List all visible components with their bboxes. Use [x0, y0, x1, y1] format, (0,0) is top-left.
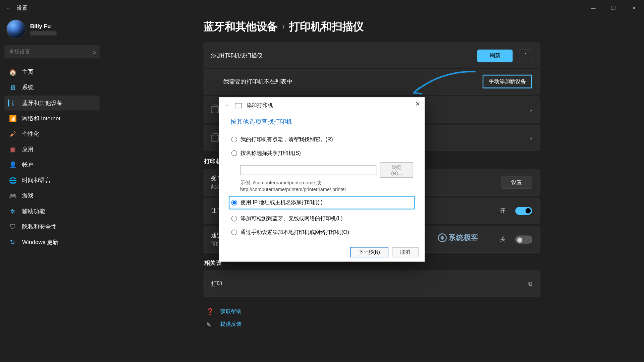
nav-item-8[interactable]: 🎮游戏 [4, 188, 100, 203]
browse-button[interactable]: 浏览(R)... [380, 162, 413, 178]
breadcrumb-parent[interactable]: 蓝牙和其他设备 [204, 19, 278, 34]
nav-icon: 🖥 [9, 84, 17, 91]
nav-item-0[interactable]: 🏠主页 [4, 65, 100, 80]
user-email-redacted [30, 31, 57, 35]
next-button[interactable]: 下一步(N) [350, 247, 388, 257]
nav-icon: ▦ [9, 146, 17, 153]
avatar [6, 19, 25, 39]
nav-icon: 🛡 [9, 223, 17, 230]
chevron-right-icon: › [282, 22, 285, 31]
nav-icon: ✲ [9, 208, 17, 215]
printer-icon [211, 106, 219, 113]
breadcrumb-current: 打印机和扫描仪 [289, 19, 364, 34]
nav-item-2[interactable]: ᛒ蓝牙和其他设备 [4, 96, 100, 111]
nav-item-7[interactable]: 🌐时间和语言 [4, 173, 100, 188]
nav-item-6[interactable]: 👤帐户 [4, 157, 100, 172]
chevron-right-icon: › [530, 135, 532, 141]
maximize-button[interactable]: ❐ [603, 0, 624, 16]
settings-button[interactable]: 设置 [501, 176, 532, 189]
radio-bluetooth-wireless[interactable]: 添加可检测到蓝牙、无线或网络的打印机(L) [230, 214, 413, 223]
chevron-up-icon[interactable]: ˄ [519, 49, 532, 62]
user-profile[interactable]: Billy Fu [4, 18, 100, 45]
nav-icon: 🎮 [9, 192, 17, 199]
add-manually-button[interactable]: 手动添加新设备 [483, 75, 532, 88]
nav-label: 主页 [22, 68, 34, 76]
search-icon: ⌕ [93, 48, 96, 55]
nav-label: 游戏 [22, 192, 34, 200]
nav-label: 帐户 [22, 161, 34, 169]
nav-item-9[interactable]: ✲辅助功能 [4, 204, 100, 219]
search-input[interactable] [4, 45, 100, 59]
add-printer-row: 添加打印机或扫描仪 刷新 ˄ [204, 43, 539, 68]
printer-icon [211, 135, 219, 141]
nav-icon: 🌐 [9, 177, 17, 184]
refresh-button[interactable]: 刷新 [477, 49, 513, 62]
related-row[interactable]: 打印 ⧉ [204, 271, 539, 296]
nav-list: 🏠主页🖥系统ᛒ蓝牙和其他设备📶网络和 Internet🖌个性化▦应用👤帐户🌐时间… [4, 65, 100, 250]
toggle-switch[interactable] [515, 235, 532, 243]
close-icon[interactable]: ✕ [415, 101, 420, 108]
dialog-heading: 按其他选项查找打印机 [230, 118, 413, 126]
help-icon: ❓ [206, 308, 214, 315]
radio-ip-hostname[interactable]: 使用 IP 地址或主机名添加打印机(I) [229, 196, 415, 209]
feedback-icon: ✎ [206, 321, 214, 328]
feedback-link[interactable]: ✎ 提供反馈 [204, 318, 540, 330]
radio-shared-printer[interactable]: 按名称选择共享打印机(S) [230, 148, 413, 158]
add-printer-dialog: ✕ ← 添加打印机 按其他选项查找打印机 我的打印机有点老，请帮我找到它。(R)… [219, 97, 425, 262]
user-name: Billy Fu [30, 23, 57, 30]
cancel-button[interactable]: 取消 [392, 247, 418, 257]
search-box[interactable]: ⌕ [4, 45, 100, 59]
breadcrumb: 蓝牙和其他设备 › 打印机和扫描仪 [204, 19, 540, 34]
radio-old-printer[interactable]: 我的打印机有点老，请帮我找到它。(R) [230, 135, 413, 144]
nav-label: 辅助功能 [22, 207, 45, 215]
dialog-title: 添加打印机 [247, 102, 273, 109]
window-title: 设置 [15, 4, 28, 12]
nav-item-10[interactable]: 🛡隐私和安全性 [4, 219, 100, 234]
nav-label: 隐私和安全性 [22, 223, 57, 231]
nav-icon: 🏠 [9, 68, 17, 75]
nav-icon: 🖌 [9, 130, 17, 137]
nav-item-3[interactable]: 📶网络和 Internet [4, 111, 100, 126]
nav-item-4[interactable]: 🖌个性化 [4, 126, 100, 141]
nav-label: 应用 [22, 145, 34, 154]
nav-icon: 📶 [9, 115, 17, 122]
minimize-button[interactable]: — [583, 0, 603, 16]
external-link-icon: ⧉ [528, 280, 532, 287]
watermark: ◉ 系统极客 [438, 233, 479, 243]
watermark-icon: ◉ [438, 233, 447, 242]
nav-label: 系统 [22, 83, 34, 92]
back-button[interactable]: ← [3, 5, 15, 11]
nav-label: 网络和 Internet [22, 115, 60, 123]
nav-icon: ↻ [9, 239, 17, 246]
back-icon[interactable]: ← [225, 102, 230, 108]
example-text: 示例: \\computername\printername 或 http://… [240, 179, 413, 193]
nav-item-5[interactable]: ▦应用 [4, 142, 100, 157]
shared-printer-input[interactable] [240, 165, 377, 175]
toggle-switch[interactable] [515, 207, 532, 215]
help-link[interactable]: ❓ 获取帮助 [204, 305, 540, 318]
nav-label: 蓝牙和其他设备 [22, 99, 62, 107]
nav-icon: ᛒ [9, 100, 17, 107]
nav-label: 个性化 [22, 130, 39, 138]
nav-icon: 👤 [9, 161, 17, 168]
printer-icon [235, 103, 242, 108]
nav-label: 时间和语言 [22, 176, 51, 184]
close-button[interactable]: ✕ [624, 0, 644, 16]
nav-item-11[interactable]: ↻Windows 更新 [4, 235, 100, 250]
chevron-right-icon: › [530, 106, 532, 113]
radio-manual-local[interactable]: 通过手动设置添加本地打印机或网络打印机(O) [230, 228, 413, 237]
nav-label: Windows 更新 [22, 238, 59, 246]
not-listed-row: 我需要的打印机不在列表中 手动添加新设备 [204, 68, 539, 94]
nav-item-1[interactable]: 🖥系统 [4, 80, 100, 95]
